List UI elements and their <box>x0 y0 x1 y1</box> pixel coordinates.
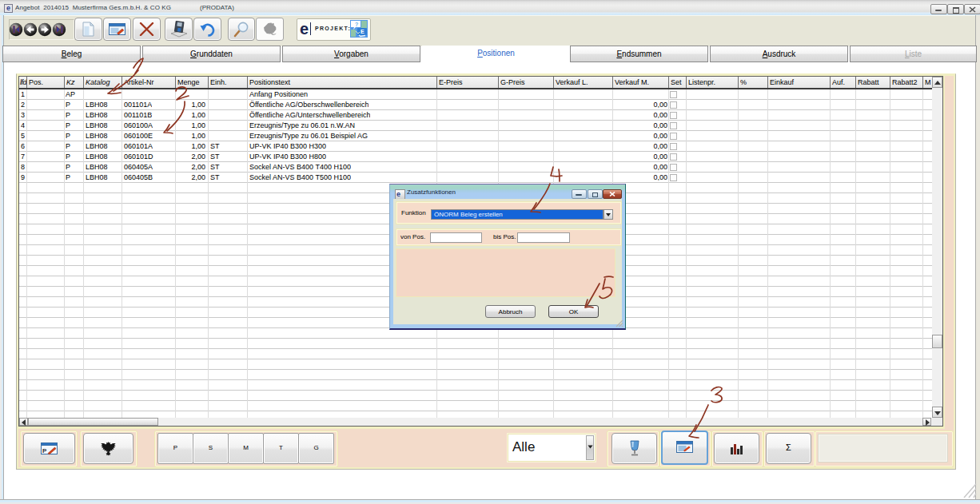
svg-text:P: P <box>42 447 47 454</box>
svg-text:?: ? <box>355 22 358 27</box>
svg-text:E: E <box>361 29 365 34</box>
